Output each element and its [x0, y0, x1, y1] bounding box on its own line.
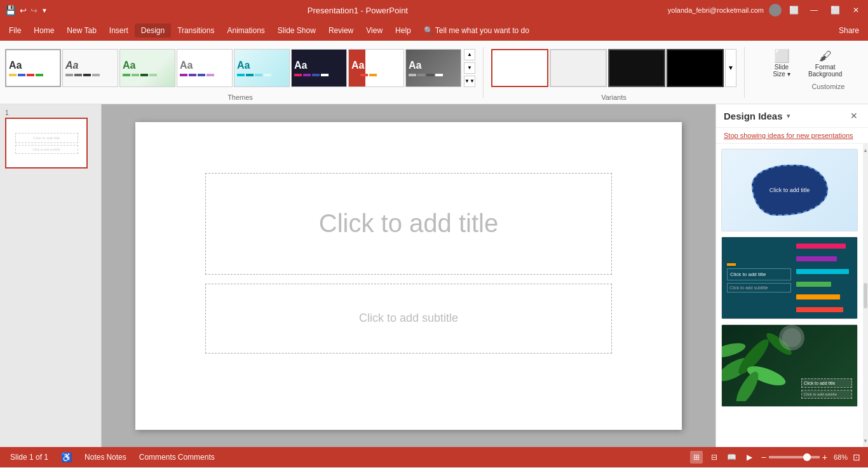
design-ideas-dropdown[interactable]: ▾: [787, 112, 790, 120]
status-bar-right: ⊞ ⊟ 📖 ▶ − + 68% ⊡: [690, 451, 860, 464]
themes-scroll-down[interactable]: ▼: [464, 62, 475, 74]
design-idea-3[interactable]: Click to add title Click to add subtitle: [721, 324, 858, 407]
menu-review[interactable]: Review: [322, 24, 360, 38]
title-bar-left: 💾 ↩ ↪ ▼: [5, 5, 48, 15]
save-icon[interactable]: 💾: [5, 5, 16, 15]
theme-5[interactable]: Aa: [234, 49, 290, 87]
variants-more[interactable]: ▼: [725, 49, 736, 87]
main-area: 1 Click to add title Click to add subtit…: [0, 104, 868, 447]
redo-icon[interactable]: ↪: [31, 6, 37, 15]
ribbon-divider-1: [483, 47, 484, 98]
minimize-button[interactable]: —: [806, 4, 822, 16]
zoom-out-button[interactable]: −: [761, 452, 766, 462]
theme-3[interactable]: Aa: [119, 49, 175, 87]
idea1-blob: Click to add title: [752, 165, 828, 216]
status-bar: Slide 1 of 1 ♿ NotesNotes CommentsCommen…: [0, 447, 868, 467]
theme-8[interactable]: Aa: [405, 49, 461, 87]
idea2-title-box: Click to add title: [727, 268, 791, 280]
design-ideas-list: Click to add title Click to add title: [716, 144, 863, 447]
slide-panel: 1 Click to add title Click to add subtit…: [0, 104, 102, 447]
zoom-slider[interactable]: [769, 456, 820, 458]
slide-number-1: 1: [5, 109, 96, 116]
reading-view-button[interactable]: 📖: [726, 451, 738, 464]
close-button[interactable]: ✕: [849, 4, 863, 16]
themes-row: Aa Aa: [5, 43, 475, 92]
zoom-controls: − + 68%: [761, 452, 848, 462]
menu-file[interactable]: File: [3, 24, 27, 38]
menu-help[interactable]: Help: [389, 24, 417, 38]
title-placeholder[interactable]: Click to add title: [205, 173, 612, 275]
variant-4[interactable]: [667, 49, 724, 87]
idea2-sub-box: Click to add subtitle: [727, 283, 791, 292]
tell-me-input[interactable]: 🔍 Tell me what you want to do: [417, 24, 536, 38]
format-background-button[interactable]: 🖌 FormatBackground: [806, 46, 844, 80]
subtitle-placeholder[interactable]: Click to add subtitle: [205, 284, 612, 354]
zoom-level: 68%: [830, 453, 848, 461]
user-account[interactable]: yolanda_febri@rocketmail.com: [668, 6, 764, 14]
design-idea-1[interactable]: Click to add title: [721, 149, 858, 231]
menu-home[interactable]: Home: [27, 24, 60, 38]
themes-label: Themes: [5, 92, 475, 101]
idea3-sub-box: Click to add subtitle: [801, 390, 852, 399]
accessibility-icon[interactable]: ♿: [58, 451, 74, 464]
theme-6[interactable]: Aa: [291, 49, 347, 87]
ribbon-divider-2: [744, 47, 745, 98]
scroll-thumb[interactable]: [864, 283, 867, 308]
menu-design[interactable]: Design: [135, 24, 171, 38]
slideshow-button[interactable]: ▶: [743, 451, 756, 464]
subtitle-placeholder-text: Click to add subtitle: [359, 312, 458, 325]
normal-view-button[interactable]: ⊞: [690, 451, 703, 464]
idea1-text: Click to add title: [770, 187, 810, 193]
slide-size-button[interactable]: ⬜ SlideSize ▾: [763, 46, 801, 80]
design-idea-2[interactable]: Click to add title Click to add subtitle: [721, 237, 858, 319]
variant-3[interactable]: [608, 49, 665, 87]
themes-scroll: ▲ ▼ ▼▼: [464, 49, 475, 87]
variants-section: ▼ Variants: [491, 43, 736, 101]
slide-canvas[interactable]: Click to add title Click to add subtitle: [135, 122, 682, 430]
notes-button[interactable]: NotesNotes: [82, 451, 129, 463]
restore-button[interactable]: ⬜: [827, 4, 844, 16]
theme-7[interactable]: Aa: [348, 49, 404, 87]
undo-icon[interactable]: ↩: [20, 6, 27, 15]
slide-sorter-button[interactable]: ⊟: [708, 451, 721, 464]
design-panel-scrollbar[interactable]: ▲ ▼: [863, 144, 868, 447]
menu-insert[interactable]: Insert: [103, 24, 135, 38]
idea3-content: Click to add title Click to add subtitle: [801, 378, 852, 399]
stop-showing-ideas-link[interactable]: Stop showing ideas for new presentations: [716, 128, 868, 144]
variant-1[interactable]: [491, 49, 548, 87]
menu-slide-show[interactable]: Slide Show: [271, 24, 322, 38]
menu-transitions[interactable]: Transitions: [171, 24, 220, 38]
menu-new-tab[interactable]: New Tab: [60, 24, 102, 38]
themes-scroll-up[interactable]: ▲: [464, 49, 475, 60]
svg-point-2: [722, 340, 747, 361]
slide-thumbnail-1[interactable]: 1 Click to add title Click to add subtit…: [5, 109, 96, 169]
theme-2[interactable]: Aa: [62, 49, 118, 87]
fit-to-window-button[interactable]: ⊡: [853, 452, 860, 462]
zoom-thumb: [803, 453, 811, 461]
ribbon-display-btn[interactable]: ⬜: [787, 4, 801, 16]
canvas-area: Click to add title Click to add subtitle: [102, 104, 715, 447]
slide-size-label: SlideSize ▾: [773, 64, 790, 78]
variant-2[interactable]: [550, 49, 607, 87]
design-panel-header: Design Ideas ▾ ✕: [716, 104, 868, 128]
variants-label: Variants: [491, 92, 736, 101]
scroll-down-arrow[interactable]: ▼: [863, 436, 868, 446]
idea3-subtitle: Click to add subtitle: [804, 392, 850, 396]
slide-thumb-1[interactable]: Click to add title Click to add subtitle: [5, 118, 88, 169]
quick-access-customize[interactable]: ▼: [41, 7, 48, 14]
notes-label: Notes: [106, 453, 126, 462]
themes-more[interactable]: ▼▼: [464, 76, 475, 87]
design-panel-close-button[interactable]: ✕: [848, 109, 860, 122]
comments-button[interactable]: CommentsComments: [137, 451, 217, 463]
customize-section: ⬜ SlideSize ▾ 🖌 FormatBackground Customi…: [757, 43, 850, 93]
menu-animations[interactable]: Animations: [220, 24, 271, 38]
share-button[interactable]: Share: [832, 24, 865, 38]
design-ideas-panel: Design Ideas ▾ ✕ Stop showing ideas for …: [715, 104, 868, 447]
scroll-up-arrow[interactable]: ▲: [863, 145, 868, 155]
menu-view[interactable]: View: [360, 24, 389, 38]
design-ideas-title: Design Ideas: [724, 111, 783, 121]
zoom-in-button[interactable]: +: [822, 452, 827, 462]
theme-4[interactable]: Aa: [177, 49, 233, 87]
themes-section: Aa Aa: [5, 43, 475, 101]
theme-default[interactable]: Aa: [5, 49, 61, 87]
